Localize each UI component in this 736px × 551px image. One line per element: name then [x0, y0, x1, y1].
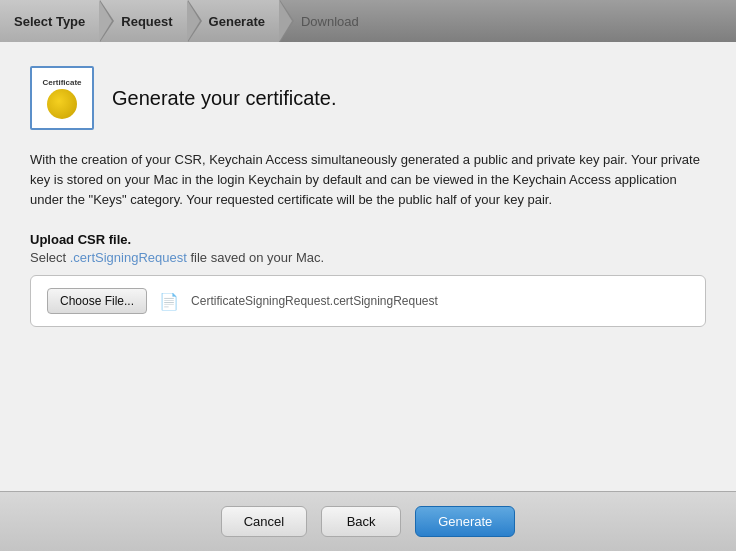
file-picker-box: Choose File... 📄 CertificateSigningReque…: [30, 275, 706, 327]
upload-subtitle-suffix: file saved on your Mac.: [187, 250, 324, 265]
wizard-header: Select Type Request Generate Download: [0, 0, 736, 42]
upload-ext: .certSigningRequest: [70, 250, 187, 265]
upload-subtitle: Select .certSigningRequest file saved on…: [30, 250, 706, 265]
description-text: With the creation of your CSR, Keychain …: [30, 150, 706, 210]
content-header: Certificate Generate your certificate.: [30, 66, 706, 130]
main-content: Certificate Generate your certificate. W…: [0, 42, 736, 491]
choose-file-button[interactable]: Choose File...: [47, 288, 147, 314]
cert-ribbon: [47, 89, 77, 119]
step-generate: Generate: [209, 14, 273, 29]
cancel-button[interactable]: Cancel: [221, 506, 307, 537]
step-download: Download: [301, 14, 359, 29]
generate-button[interactable]: Generate: [415, 506, 515, 537]
cert-icon-label: Certificate: [42, 78, 81, 87]
upload-subtitle-prefix: Select: [30, 250, 70, 265]
step-request: Request: [121, 14, 180, 29]
file-icon: 📄: [159, 292, 179, 311]
upload-section: Upload CSR file. Select .certSigningRequ…: [30, 232, 706, 327]
upload-title: Upload CSR file.: [30, 232, 706, 247]
step-select-type: Select Type: [14, 14, 93, 29]
back-button[interactable]: Back: [321, 506, 401, 537]
bottom-bar: Cancel Back Generate: [0, 491, 736, 551]
certificate-icon: Certificate: [30, 66, 94, 130]
file-name: CertificateSigningRequest.certSigningReq…: [191, 294, 438, 308]
page-title: Generate your certificate.: [112, 87, 337, 110]
